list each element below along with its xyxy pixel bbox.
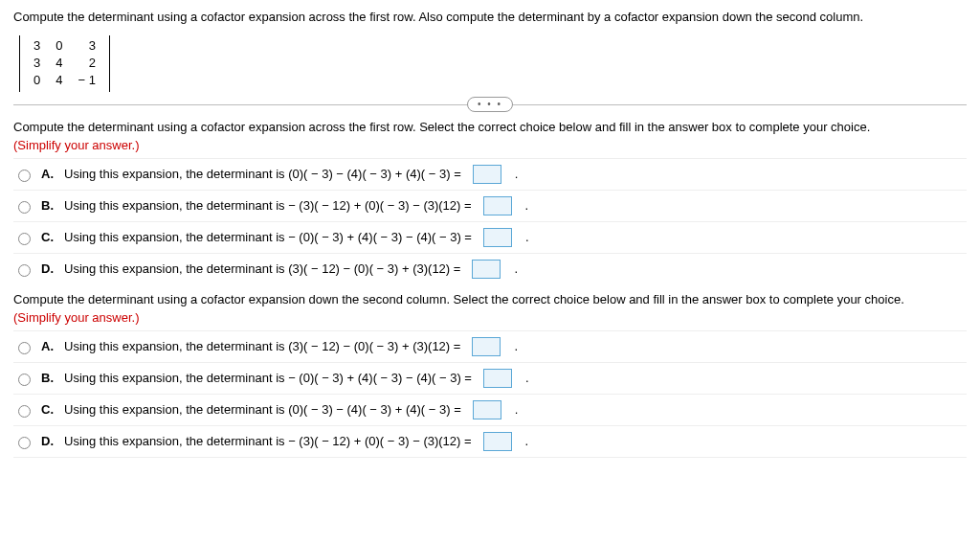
part1-prompt: Compute the determinant using a cofactor…: [13, 120, 967, 134]
radio-d[interactable]: [18, 437, 31, 449]
part2-choice-a[interactable]: A. Using this expansion, the determinant…: [13, 330, 967, 362]
part1-choice-c[interactable]: C. Using this expansion, the determinant…: [13, 221, 967, 253]
choice-text: Using this expansion, the determinant is…: [64, 198, 472, 213]
answer-input[interactable]: [472, 337, 501, 356]
radio-a[interactable]: [18, 170, 31, 182]
answer-input[interactable]: [483, 369, 512, 388]
answer-input[interactable]: [483, 432, 512, 451]
answer-input[interactable]: [472, 260, 501, 279]
radio-a[interactable]: [18, 342, 31, 354]
choice-text: Using this expansion, the determinant is…: [64, 230, 472, 244]
choice-letter: A.: [41, 339, 56, 353]
part1-choice-b[interactable]: B. Using this expansion, the determinant…: [13, 190, 967, 221]
answer-input[interactable]: [473, 400, 501, 419]
more-icon[interactable]: • • •: [467, 97, 513, 112]
radio-d[interactable]: [18, 264, 31, 277]
part2-prompt: Compute the determinant using a cofactor…: [13, 292, 967, 306]
part2-choice-d[interactable]: D. Using this expansion, the determinant…: [13, 425, 967, 458]
simplify-note: (Simplify your answer.): [13, 138, 967, 152]
choice-text: Using this expansion, the determinant is…: [64, 434, 472, 448]
choice-letter: A.: [41, 167, 56, 181]
answer-input[interactable]: [483, 228, 512, 247]
answer-input[interactable]: [483, 196, 512, 215]
choice-text: Using this expansion, the determinant is…: [64, 402, 461, 417]
choice-letter: D.: [41, 434, 56, 448]
choice-letter: D.: [41, 261, 56, 276]
part1-choice-d[interactable]: D. Using this expansion, the determinant…: [13, 253, 967, 284]
part2-choice-c[interactable]: C. Using this expansion, the determinant…: [13, 394, 967, 425]
radio-c[interactable]: [18, 233, 31, 245]
choice-letter: C.: [41, 230, 56, 244]
question-header: Compute the determinant using a cofactor…: [13, 10, 967, 24]
matrix-display: 303 342 04− 1: [19, 35, 110, 92]
radio-c[interactable]: [18, 405, 31, 418]
answer-input[interactable]: [473, 165, 501, 184]
radio-b[interactable]: [18, 374, 31, 386]
choice-letter: C.: [41, 402, 56, 417]
choice-letter: B.: [41, 198, 56, 213]
choice-letter: B.: [41, 371, 56, 385]
choice-text: Using this expansion, the determinant is…: [64, 261, 460, 276]
simplify-note: (Simplify your answer.): [13, 310, 967, 325]
choice-text: Using this expansion, the determinant is…: [64, 339, 460, 353]
choice-text: Using this expansion, the determinant is…: [64, 167, 461, 181]
part1-choice-a[interactable]: A. Using this expansion, the determinant…: [13, 158, 967, 190]
choice-text: Using this expansion, the determinant is…: [64, 371, 472, 385]
part2-choice-b[interactable]: B. Using this expansion, the determinant…: [13, 362, 967, 394]
radio-b[interactable]: [18, 201, 31, 214]
